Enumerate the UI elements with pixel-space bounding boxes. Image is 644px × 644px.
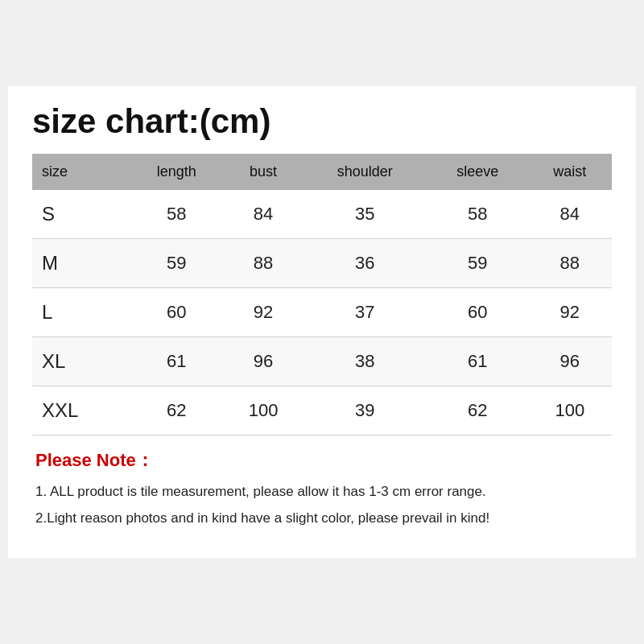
header-size: size bbox=[32, 154, 129, 190]
header-waist: waist bbox=[528, 154, 612, 190]
note-item-1: 1. ALL product is tile measurement, plea… bbox=[35, 481, 609, 502]
cell-4-1: 62 bbox=[129, 386, 225, 435]
please-note-heading: Please Note： bbox=[35, 448, 609, 473]
cell-0-3: 35 bbox=[302, 190, 427, 239]
size-table: sizelengthbustshouldersleevewaist S58843… bbox=[32, 154, 612, 436]
cell-0-0: S bbox=[32, 190, 129, 239]
cell-1-2: 88 bbox=[225, 238, 303, 287]
cell-2-4: 60 bbox=[427, 287, 528, 336]
cell-0-5: 84 bbox=[528, 190, 612, 239]
table-row: XXL621003962100 bbox=[32, 386, 612, 435]
cell-2-5: 92 bbox=[528, 287, 612, 336]
table-body: S5884355884M5988365988L6092376092XL61963… bbox=[32, 190, 612, 436]
header-shoulder: shoulder bbox=[302, 154, 427, 190]
cell-3-5: 96 bbox=[528, 336, 612, 386]
notes-section: Please Note： 1. ALL product is tile meas… bbox=[32, 448, 612, 529]
cell-2-1: 60 bbox=[129, 287, 225, 336]
size-chart-container: size chart:(cm) sizelengthbustshouldersl… bbox=[8, 86, 636, 558]
cell-1-0: M bbox=[32, 238, 129, 287]
cell-2-2: 92 bbox=[225, 287, 303, 336]
table-header-row: sizelengthbustshouldersleevewaist bbox=[32, 154, 612, 190]
cell-1-5: 88 bbox=[528, 238, 612, 287]
table-row: XL6196386196 bbox=[32, 336, 612, 386]
cell-3-0: XL bbox=[32, 336, 129, 386]
cell-1-1: 59 bbox=[129, 238, 225, 287]
cell-4-0: XXL bbox=[32, 386, 129, 435]
page-title: size chart:(cm) bbox=[32, 102, 612, 141]
cell-0-1: 58 bbox=[129, 190, 225, 239]
cell-0-4: 58 bbox=[427, 190, 528, 239]
cell-4-2: 100 bbox=[225, 386, 303, 435]
cell-2-3: 37 bbox=[302, 287, 427, 336]
cell-3-3: 38 bbox=[302, 336, 427, 386]
cell-4-3: 39 bbox=[302, 386, 427, 435]
header-bust: bust bbox=[225, 154, 303, 190]
cell-0-2: 84 bbox=[225, 190, 303, 239]
header-length: length bbox=[129, 154, 225, 190]
cell-4-4: 62 bbox=[427, 386, 528, 435]
cell-3-2: 96 bbox=[225, 336, 303, 386]
cell-1-4: 59 bbox=[427, 238, 528, 287]
cell-2-0: L bbox=[32, 287, 129, 336]
header-sleeve: sleeve bbox=[427, 154, 528, 190]
table-row: L6092376092 bbox=[32, 287, 612, 336]
table-row: S5884355884 bbox=[32, 190, 612, 239]
cell-4-5: 100 bbox=[528, 386, 612, 435]
cell-1-3: 36 bbox=[302, 238, 427, 287]
cell-3-1: 61 bbox=[129, 336, 225, 386]
cell-3-4: 61 bbox=[427, 336, 528, 386]
table-row: M5988365988 bbox=[32, 238, 612, 287]
note-item-2: 2.Light reason photos and in kind have a… bbox=[35, 507, 609, 529]
